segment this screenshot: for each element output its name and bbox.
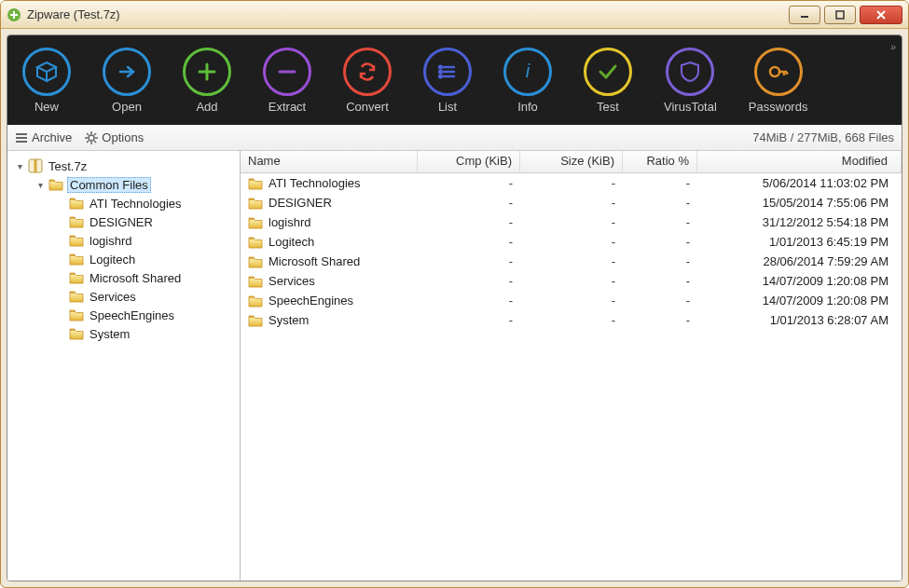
column-header-cmp[interactable]: Cmp (KiB) — [418, 151, 520, 172]
overflow-icon[interactable]: » — [890, 41, 896, 52]
tree-item-label: Logitech — [88, 253, 137, 267]
svg-point-10 — [439, 75, 442, 77]
tree-item-label: DESIGNER — [88, 215, 155, 229]
column-header-modified[interactable]: Modified — [697, 151, 902, 172]
svg-line-21 — [87, 133, 89, 135]
open-button[interactable]: Open — [103, 48, 151, 114]
cell-modified: 14/07/2009 1:20:08 PM — [697, 274, 902, 288]
tree-item[interactable]: DESIGNER — [52, 212, 236, 231]
cell-ratio: - — [623, 215, 697, 229]
svg-point-9 — [439, 70, 442, 73]
tree-root[interactable]: ▾ Test.7z — [11, 157, 236, 175]
cell-name: ATI Technologies — [269, 176, 361, 190]
column-header-ratio[interactable]: Ratio % — [623, 151, 697, 172]
cell-modified: 28/06/2014 7:59:29 AM — [697, 254, 902, 268]
options-menu[interactable]: Options — [85, 130, 144, 144]
collapse-icon[interactable]: ▾ — [15, 161, 24, 171]
cell-ratio: - — [623, 294, 697, 308]
tree-item[interactable]: System — [52, 324, 236, 343]
app-icon — [7, 7, 21, 22]
folder-icon — [69, 290, 84, 303]
cell-ratio: - — [623, 274, 697, 288]
info-button[interactable]: i Info — [503, 48, 552, 114]
minimize-button[interactable] — [789, 6, 820, 24]
collapse-icon[interactable]: ▾ — [35, 180, 45, 190]
tree-item[interactable]: Microsoft Shared — [52, 268, 236, 287]
folder-icon — [69, 308, 84, 321]
check-icon — [596, 60, 620, 84]
list-button[interactable]: List — [423, 48, 472, 114]
tree-item-common-files[interactable]: ▾ Common Files — [32, 175, 236, 194]
cell-name: System — [269, 313, 309, 327]
cell-size: - — [520, 176, 623, 190]
window-controls — [789, 6, 902, 24]
tree-item-label: Common Files — [67, 177, 151, 193]
list-pane[interactable]: Name Cmp (KiB) Size (KiB) Ratio % Modifi… — [241, 151, 902, 581]
folder-icon — [69, 234, 84, 247]
window-title: Zipware (Test.7z) — [27, 7, 789, 21]
table-row[interactable]: Services---14/07/2009 1:20:08 PM — [241, 271, 902, 291]
title-bar: Zipware (Test.7z) — [1, 1, 908, 29]
cell-cmp: - — [418, 215, 520, 229]
column-header-name[interactable]: Name — [241, 151, 418, 172]
table-row[interactable]: Logitech---1/01/2013 6:45:19 PM — [241, 232, 902, 252]
folder-icon — [248, 236, 263, 249]
svg-line-24 — [87, 141, 89, 143]
passwords-button[interactable]: Passwords — [749, 48, 808, 114]
cell-cmp: - — [418, 294, 520, 308]
table-row[interactable]: DESIGNER---15/05/2014 7:55:06 PM — [241, 193, 902, 212]
cell-size: - — [520, 215, 623, 229]
extract-button[interactable]: Extract — [263, 48, 311, 114]
column-header-size[interactable]: Size (KiB) — [520, 151, 623, 172]
add-button[interactable]: Add — [183, 48, 231, 114]
svg-point-16 — [89, 135, 94, 141]
table-row[interactable]: System---1/01/2013 6:28:07 AM — [241, 310, 902, 330]
cell-ratio: - — [623, 196, 697, 210]
tree-item[interactable]: Services — [52, 287, 236, 306]
archive-menu[interactable]: Archive — [15, 130, 72, 144]
table-row[interactable]: Microsoft Shared---28/06/2014 7:59:29 AM — [241, 252, 902, 271]
cell-name: Microsoft Shared — [269, 254, 360, 268]
tree-item[interactable]: SpeechEngines — [52, 306, 236, 324]
info-icon: i — [516, 60, 540, 84]
cube-icon — [34, 60, 59, 84]
folder-icon — [248, 314, 263, 327]
cell-size: - — [520, 313, 623, 327]
cell-cmp: - — [418, 196, 520, 210]
folder-icon — [248, 197, 263, 210]
cell-size: - — [520, 294, 623, 308]
content-split: ▾ Test.7z ▾ Common Files ATI Technologie… — [7, 151, 902, 581]
cell-modified: 15/05/2014 7:55:06 PM — [697, 196, 902, 210]
close-button[interactable] — [860, 6, 902, 24]
folder-icon — [248, 177, 263, 190]
table-row[interactable]: SpeechEngines---14/07/2009 1:20:08 PM — [241, 291, 902, 310]
tree-item-label: Services — [88, 290, 138, 304]
maximize-button[interactable] — [824, 6, 856, 24]
new-button[interactable]: New — [22, 48, 71, 114]
tree-item-label: SpeechEngines — [88, 308, 176, 322]
tree-item-label: logishrd — [88, 234, 134, 248]
test-button[interactable]: Test — [584, 48, 632, 114]
arrow-right-icon — [115, 60, 139, 84]
tree-pane[interactable]: ▾ Test.7z ▾ Common Files ATI Technologie… — [7, 151, 241, 581]
tree-item-label: ATI Technologies — [88, 197, 184, 211]
tree-item[interactable]: Logitech — [52, 250, 236, 268]
folder-icon — [69, 215, 84, 228]
virustotal-button[interactable]: VirusTotal — [664, 48, 717, 114]
toolbar-label: Open — [112, 100, 142, 114]
convert-button[interactable]: Convert — [343, 48, 392, 114]
folder-icon — [248, 216, 263, 229]
toolbar-label: Add — [196, 100, 217, 114]
folder-icon — [248, 294, 263, 308]
cell-name: Logitech — [269, 235, 314, 249]
cell-cmp: - — [418, 254, 520, 268]
table-row[interactable]: logishrd---31/12/2012 5:54:18 PM — [241, 212, 902, 232]
status-text: 74MiB / 277MiB, 668 Files — [752, 130, 894, 144]
tree-item[interactable]: logishrd — [52, 231, 236, 250]
gear-icon — [85, 131, 98, 144]
cell-name: logishrd — [269, 215, 311, 229]
table-row[interactable]: ATI Technologies---5/06/2014 11:03:02 PM — [241, 173, 902, 193]
tree-item[interactable]: ATI Technologies — [52, 194, 236, 212]
cell-size: - — [520, 196, 623, 210]
key-icon — [766, 60, 791, 84]
